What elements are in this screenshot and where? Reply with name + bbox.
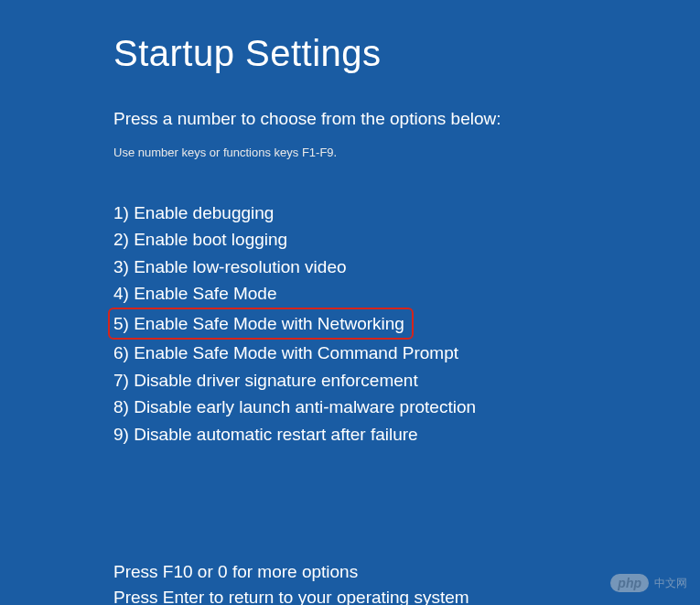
option-3-enable-low-resolution-video[interactable]: 3) Enable low-resolution video [113, 254, 700, 280]
option-5-enable-safe-mode-networking[interactable]: 5) Enable Safe Mode with Networking [108, 308, 414, 340]
option-4-enable-safe-mode[interactable]: 4) Enable Safe Mode [113, 280, 700, 307]
option-1-enable-debugging[interactable]: 1) Enable debugging [113, 200, 700, 226]
watermark: php 中文网 [610, 574, 687, 592]
startup-settings-screen: Startup Settings Press a number to choos… [0, 0, 700, 605]
startup-options-list: 1) Enable debugging 2) Enable boot loggi… [113, 200, 700, 448]
option-7-disable-driver-signature-enforcement[interactable]: 7) Disable driver signature enforcement [113, 367, 700, 394]
watermark-badge: php [610, 574, 649, 592]
page-subtitle: Press a number to choose from the option… [113, 109, 700, 129]
option-2-enable-boot-logging[interactable]: 2) Enable boot logging [113, 226, 700, 253]
watermark-text: 中文网 [654, 576, 687, 591]
option-8-disable-early-launch-anti-malware[interactable]: 8) Disable early launch anti-malware pro… [113, 394, 700, 420]
page-title: Startup Settings [113, 33, 700, 74]
option-9-disable-automatic-restart[interactable]: 9) Disable automatic restart after failu… [113, 421, 700, 448]
option-6-enable-safe-mode-command-prompt[interactable]: 6) Enable Safe Mode with Command Prompt [113, 340, 700, 366]
keyboard-hint: Use number keys or functions keys F1-F9. [113, 146, 700, 159]
